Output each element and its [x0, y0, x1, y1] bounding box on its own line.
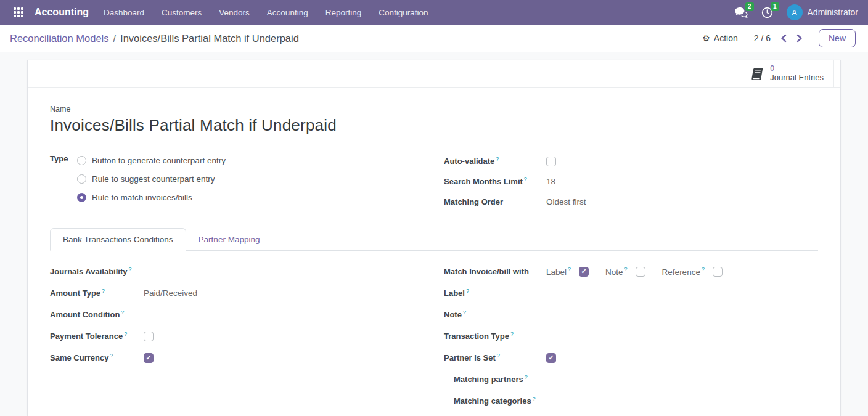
- matching-order-select[interactable]: Oldest first: [546, 197, 586, 206]
- label-field-label: Label?: [444, 288, 546, 298]
- messages-icon[interactable]: 2: [734, 7, 748, 18]
- menu-customers[interactable]: Customers: [153, 0, 210, 25]
- match-option-note: Note?: [605, 266, 645, 277]
- journals-availability-label: Journals Availability?: [50, 266, 144, 276]
- auto-validate-label: Auto-validate?: [444, 156, 546, 166]
- pager-previous-button[interactable]: [780, 34, 787, 43]
- action-label: Action: [714, 33, 738, 43]
- search-months-limit-label: Search Months Limit?: [444, 176, 546, 186]
- journal-entries-smart-button[interactable]: 0 Journal Entries: [740, 60, 834, 87]
- main-menu: Dashboard Customers Vendors Accounting R…: [95, 0, 437, 25]
- same-currency-checkbox[interactable]: [144, 353, 154, 363]
- partner-is-set-checkbox[interactable]: [546, 353, 556, 363]
- header-fields: Type Button to generate counterpart entr…: [50, 151, 818, 212]
- amount-condition-label: Amount Condition?: [50, 309, 144, 319]
- pager-next-button[interactable]: [796, 34, 803, 43]
- tab-content: Journals Availability? Amount Type? Paid…: [50, 261, 818, 412]
- match-label-checkbox[interactable]: [579, 267, 589, 277]
- help-icon: ?: [466, 288, 469, 294]
- radio-icon[interactable]: [77, 193, 86, 202]
- name-field-label: Name: [50, 105, 818, 113]
- matching-partners-label: Matching partners?: [454, 374, 556, 384]
- help-icon: ?: [568, 266, 571, 272]
- action-menu-button[interactable]: ⚙ Action: [702, 33, 737, 43]
- match-note-text: Note?: [605, 266, 628, 277]
- type-radio-group: Button to generate counterpart entry Rul…: [77, 151, 226, 206]
- form-sheet: 0 Journal Entries Name Invoices/Bills Pa…: [27, 60, 841, 416]
- matching-order-field: Matching Order Oldest first: [444, 192, 818, 212]
- type-option-button-counterpart[interactable]: Button to generate counterpart entry: [77, 151, 226, 169]
- help-icon: ?: [510, 331, 514, 337]
- help-icon: ?: [110, 353, 113, 359]
- menu-vendors[interactable]: Vendors: [210, 0, 258, 25]
- type-option-rule-suggest[interactable]: Rule to suggest counterpart entry: [77, 169, 226, 188]
- app-brand[interactable]: Accounting: [35, 7, 89, 18]
- avatar: A: [787, 4, 803, 20]
- auto-validate-checkbox[interactable]: [546, 157, 556, 166]
- menu-dashboard[interactable]: Dashboard: [95, 0, 153, 25]
- payment-tolerance-field: Payment Tolerance?: [50, 325, 434, 347]
- activities-badge: 1: [771, 2, 779, 11]
- journals-availability-field: Journals Availability?: [50, 261, 434, 282]
- label-field: Label?: [444, 282, 818, 304]
- button-box: 0 Journal Entries: [28, 60, 840, 88]
- same-currency-field: Same Currency?: [50, 347, 434, 369]
- menu-reporting[interactable]: Reporting: [317, 0, 371, 25]
- help-icon: ?: [497, 353, 500, 359]
- systray: 2 1 A Administrator: [734, 4, 858, 20]
- breadcrumb-current: Invoices/Bills Partial Match if Underpai…: [120, 33, 299, 44]
- radio-icon[interactable]: [77, 156, 86, 165]
- matching-partners-field: Matching partners?: [444, 369, 818, 390]
- pager-value: 2 / 6: [754, 33, 771, 43]
- activities-icon[interactable]: 1: [761, 7, 773, 18]
- tab-bank-transactions-conditions[interactable]: Bank Transactions Conditions: [50, 228, 186, 251]
- breadcrumb: Reconciliation Models / Invoices/Bills P…: [10, 33, 299, 44]
- user-menu[interactable]: A Administrator: [787, 4, 858, 20]
- chevron-left-icon: [780, 34, 787, 43]
- radio-label: Rule to suggest counterpart entry: [92, 174, 215, 184]
- payment-tolerance-label: Payment Tolerance?: [50, 331, 144, 341]
- matching-categories-field: Matching categories?: [444, 390, 818, 412]
- help-icon: ?: [525, 374, 528, 380]
- match-option-label: Label?: [546, 266, 589, 277]
- messages-badge: 2: [745, 2, 754, 11]
- gear-icon: ⚙: [702, 34, 710, 43]
- book-icon: [749, 67, 765, 81]
- help-icon: ?: [121, 309, 124, 316]
- menu-configuration[interactable]: Configuration: [370, 0, 436, 25]
- match-label-text: Label?: [546, 266, 571, 277]
- payment-tolerance-checkbox[interactable]: [144, 332, 154, 341]
- radio-icon[interactable]: [77, 174, 86, 184]
- radio-label: Button to generate counterpart entry: [92, 156, 226, 165]
- notebook-tabs: Bank Transactions Conditions Partner Map…: [50, 228, 818, 251]
- radio-label: Rule to match invoices/bills: [92, 193, 192, 202]
- content-area: 0 Journal Entries Name Invoices/Bills Pa…: [0, 52, 868, 416]
- amount-type-select[interactable]: Paid/Received: [144, 288, 197, 298]
- help-icon: ?: [533, 396, 536, 402]
- breadcrumb-separator: /: [113, 33, 117, 44]
- journal-entries-count: 0: [770, 65, 824, 73]
- search-months-limit-input[interactable]: 18: [546, 177, 555, 186]
- transaction-type-label: Transaction Type?: [444, 331, 546, 341]
- tab-partner-mapping[interactable]: Partner Mapping: [186, 229, 272, 250]
- record-title-input[interactable]: Invoices/Bills Partial Match if Underpai…: [50, 116, 818, 135]
- note-field: Note?: [444, 304, 818, 325]
- help-icon: ?: [702, 266, 705, 272]
- transaction-type-field: Transaction Type?: [444, 325, 818, 347]
- new-button[interactable]: New: [819, 29, 856, 47]
- breadcrumb-parent[interactable]: Reconciliation Models: [10, 33, 109, 44]
- name-group: Name Invoices/Bills Partial Match if Und…: [50, 105, 818, 135]
- help-icon: ?: [624, 266, 628, 272]
- apps-menu-icon[interactable]: [10, 4, 27, 21]
- amount-type-field: Amount Type? Paid/Received: [50, 282, 434, 304]
- type-option-rule-match[interactable]: Rule to match invoices/bills: [77, 188, 226, 206]
- match-note-checkbox[interactable]: [636, 267, 645, 277]
- help-icon: ?: [463, 309, 466, 316]
- match-invoice-bill-with-field: Match Invoice/bill with Label? Note?: [444, 261, 818, 282]
- menu-accounting[interactable]: Accounting: [258, 0, 317, 25]
- top-navbar: Accounting Dashboard Customers Vendors A…: [0, 0, 868, 25]
- help-icon: ?: [496, 156, 499, 162]
- match-reference-checkbox[interactable]: [713, 267, 723, 277]
- same-currency-label: Same Currency?: [50, 353, 144, 362]
- auto-validate-field: Auto-validate?: [444, 151, 818, 171]
